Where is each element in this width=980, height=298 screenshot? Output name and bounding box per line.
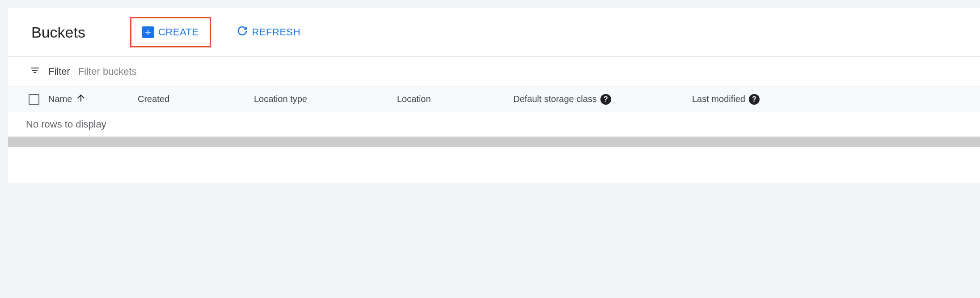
column-label: Location — [397, 94, 431, 104]
filter-icon — [30, 65, 40, 78]
help-icon[interactable]: ? — [600, 94, 611, 105]
create-button-label: CREATE — [158, 26, 199, 38]
column-header-location-type[interactable]: Location type — [254, 94, 397, 104]
column-header-last-modified[interactable]: Last modified ? — [692, 94, 808, 105]
column-label: Created — [138, 94, 169, 104]
blank-area — [8, 147, 980, 183]
help-icon[interactable]: ? — [749, 94, 760, 105]
column-label: Last modified — [692, 94, 745, 104]
table-header-row: Name Created Location type Location Defa… — [8, 86, 980, 112]
page-title: Buckets — [31, 24, 85, 41]
table-empty-message: No rows to display — [8, 112, 980, 137]
refresh-button[interactable]: REFRESH — [229, 21, 309, 43]
filter-input[interactable] — [78, 66, 959, 77]
refresh-button-label: REFRESH — [252, 26, 301, 38]
filter-bar: Filter — [8, 57, 980, 86]
select-all-checkbox[interactable] — [29, 94, 39, 105]
horizontal-scrollbar[interactable] — [8, 137, 980, 147]
column-header-default-storage-class[interactable]: Default storage class ? — [513, 94, 692, 105]
create-button[interactable]: CREATE — [130, 17, 211, 47]
column-header-location[interactable]: Location — [397, 94, 513, 104]
column-header-created[interactable]: Created — [138, 94, 254, 104]
column-header-name[interactable]: Name — [48, 93, 138, 106]
refresh-icon — [237, 26, 248, 39]
column-label: Default storage class — [513, 94, 597, 104]
page-header: Buckets CREATE REFRESH — [8, 8, 980, 57]
column-label: Location type — [254, 94, 307, 104]
sort-arrow-up-icon — [76, 93, 86, 106]
column-label: Name — [48, 94, 72, 104]
filter-label: Filter — [48, 66, 70, 77]
plus-icon — [142, 26, 154, 38]
